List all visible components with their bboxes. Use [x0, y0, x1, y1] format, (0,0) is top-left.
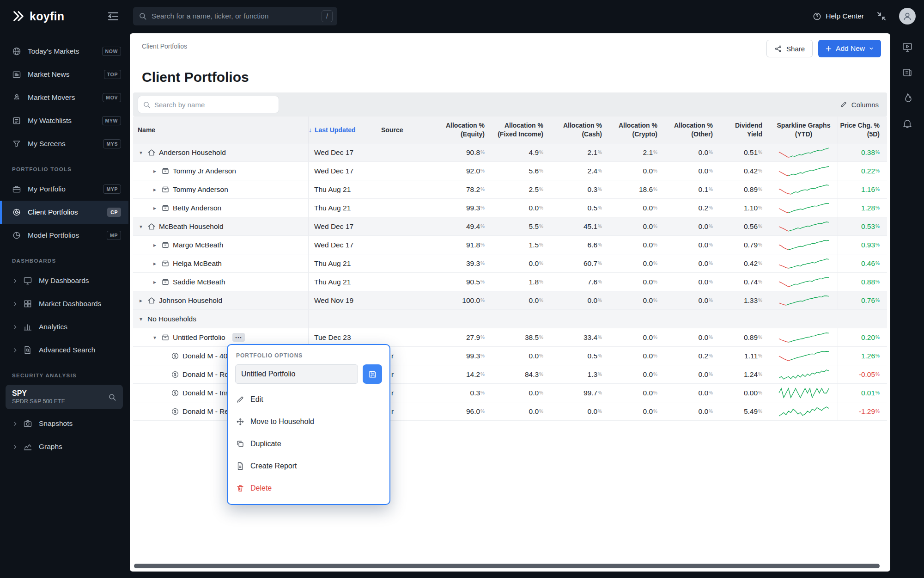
row-name: Donald M - Rea	[182, 407, 233, 416]
logo-text: koyfin	[30, 10, 64, 23]
table-row[interactable]: ▸ Johnson Household ⋯ Wed Nov 19 100.0 0…	[133, 291, 887, 310]
sidebar-item-my-watchlists[interactable]: My Watchlists MYW	[0, 109, 128, 132]
expand-chevron-icon[interactable]: ▸	[152, 260, 158, 267]
sidebar-item-client-portfolios[interactable]: Client Portfolios CP	[0, 201, 128, 224]
table-row[interactable]: ▸ Betty Anderson ⋯ Thu Aug 21 99.3 0.0 0…	[133, 199, 887, 217]
column-price-change[interactable]: Price Chg. %(5D)	[838, 117, 887, 143]
collapse-sidebar-icon[interactable]	[106, 9, 120, 23]
share-button[interactable]: Share	[766, 40, 813, 57]
filter-search-input[interactable]	[151, 101, 274, 109]
sidebar-item-todays-markets[interactable]: Today's Markets NOW	[0, 40, 128, 63]
sparkline-chart	[778, 387, 830, 399]
column-dividend-yield[interactable]: DividendYield	[720, 117, 770, 143]
table-row[interactable]: ▸ Tommy Anderson ⋯ Thu Aug 21 78.2 2.5 0…	[133, 180, 887, 199]
column-allocation-crypto[interactable]: Allocation %(Crypto)	[609, 117, 665, 143]
filter-search[interactable]	[138, 96, 279, 113]
presentation-icon[interactable]	[902, 42, 913, 53]
koyfin-app: koyfin / Help Center	[0, 0, 924, 578]
save-name-button[interactable]	[363, 364, 382, 384]
news-feed-icon[interactable]	[902, 67, 913, 78]
notifications-bell-icon[interactable]	[902, 118, 913, 129]
sidebar-item-snapshots[interactable]: Snapshots	[0, 412, 128, 435]
more-options-button[interactable]: ⋯	[232, 333, 245, 342]
table-row[interactable]: ▸ Tommy Jr Anderson ⋯ Wed Dec 17 92.0 5.…	[133, 162, 887, 180]
other-cell: 0.1	[665, 180, 720, 198]
dividend-yield-cell: 1.11	[720, 347, 770, 365]
flame-icon[interactable]	[902, 92, 913, 104]
table-row[interactable]: ▸ Saddie McBeath ⋯ Thu Aug 21 90.5 1.8 7…	[133, 273, 887, 291]
column-name[interactable]: Name	[133, 117, 309, 143]
price-change-cell: -0.05	[838, 365, 887, 383]
avatar[interactable]	[899, 8, 916, 25]
sidebar-item-my-screens[interactable]: My Screens MYS	[0, 132, 128, 155]
equity-cell: 49.4	[433, 217, 492, 235]
expand-chevron-icon[interactable]: ▸	[152, 186, 158, 193]
minimize-icon[interactable]	[876, 11, 887, 22]
ticker-symbol: SPY	[12, 389, 103, 398]
columns-button[interactable]: Columns	[836, 101, 882, 109]
table-row[interactable]: ▾ Anderson Household ⋯ Wed Dec 17 90.8 4…	[133, 143, 887, 162]
expand-chevron-icon[interactable]: ▸	[138, 297, 144, 304]
equity-cell: 90.5	[433, 273, 492, 291]
sidebar-item-graphs[interactable]: Graphs	[0, 435, 128, 458]
security-ticker-box[interactable]: SPY SPDR S&P 500 ETF	[6, 385, 123, 409]
expand-chevron-icon[interactable]: ▸	[152, 168, 158, 174]
expand-chevron-icon[interactable]: ▾	[138, 149, 144, 156]
sidebar-item-advanced-search[interactable]: Advanced Search	[0, 338, 128, 362]
sparkline-cell	[770, 199, 838, 217]
sidebar-item-market-news[interactable]: Market News TOP	[0, 63, 128, 86]
move-icon	[236, 418, 244, 426]
koyfin-logo[interactable]: koyfin	[12, 10, 64, 23]
menu-item-delete[interactable]: Delete	[228, 477, 389, 499]
menu-item-duplicate[interactable]: Duplicate	[228, 433, 389, 455]
expand-chevron-icon[interactable]: ▸	[152, 205, 158, 211]
column-allocation-cash[interactable]: Allocation %(Cash)	[551, 117, 609, 143]
breadcrumb[interactable]: Client Portfolios	[142, 43, 187, 50]
source-cell	[376, 180, 433, 198]
sparkline-chart	[778, 240, 830, 251]
column-source[interactable]: Source	[376, 117, 433, 143]
expand-chevron-icon[interactable]: ▾	[138, 223, 144, 230]
sidebar-item-market-movers[interactable]: Market Movers MOV	[0, 86, 128, 109]
crypto-cell: 0.0	[609, 291, 665, 309]
table-row[interactable]: ▾ McBeath Household ⋯ Wed Dec 17 49.4 5.…	[133, 217, 887, 236]
sidebar-item-my-portfolio[interactable]: My Portfolio MYP	[0, 178, 128, 201]
sidebar-item-model-portfolios[interactable]: Model Portfolios MP	[0, 224, 128, 247]
table-row[interactable]: ▸ Margo McBeath ⋯ Wed Dec 17 91.8 1.5 6.…	[133, 236, 887, 254]
table-row[interactable]: ▾ No Households ⋯	[133, 310, 887, 328]
crypto-cell: 0.0	[609, 199, 665, 217]
expand-chevron-icon[interactable]: ▾	[152, 334, 158, 341]
sidebar-item-market-dashboards[interactable]: Market Dashboards	[0, 292, 128, 315]
dollar-icon	[171, 407, 179, 416]
menu-item-create-report[interactable]: Create Report	[228, 455, 389, 477]
fixed-income-cell: 5.5	[492, 217, 551, 235]
expand-chevron-icon[interactable]: ▸	[152, 242, 158, 248]
expand-chevron-icon[interactable]: ▾	[138, 316, 144, 322]
house-icon	[147, 222, 156, 231]
dividend-yield-cell: 1.33	[720, 291, 770, 309]
column-last-updated[interactable]: ↓Last Updated	[309, 117, 376, 143]
box-icon	[161, 167, 170, 175]
sparkline-chart	[778, 184, 830, 195]
expand-chevron-icon[interactable]: ▸	[152, 279, 158, 285]
global-search[interactable]: /	[133, 7, 337, 25]
column-sparkline[interactable]: Sparkline Graphs(YTD)	[770, 117, 838, 143]
column-allocation-equity[interactable]: Allocation %(Equity)	[433, 117, 492, 143]
crypto-cell: 0.0	[609, 347, 665, 365]
rename-portfolio-input[interactable]	[235, 364, 358, 384]
global-search-input[interactable]	[147, 12, 322, 20]
horizontal-scrollbar[interactable]	[134, 564, 880, 568]
column-allocation-other[interactable]: Allocation %(Other)	[665, 117, 720, 143]
equity-cell: 27.9	[433, 328, 492, 346]
menu-item-edit[interactable]: Edit	[228, 388, 389, 411]
help-center-button[interactable]: Help Center	[813, 12, 864, 21]
price-change-cell: 0.88	[838, 273, 887, 291]
pencil-icon	[840, 101, 847, 108]
add-new-button[interactable]: Add New	[818, 40, 881, 57]
sidebar-item-my-dashboards[interactable]: My Dashboards	[0, 269, 128, 292]
table-row[interactable]: ▸ Helga McBeath ⋯ Thu Aug 21 39.3 0.0 60…	[133, 254, 887, 273]
column-allocation-fixed-income[interactable]: Allocation %(Fixed Income)	[492, 117, 551, 143]
source-cell	[376, 217, 433, 235]
sidebar-item-analytics[interactable]: Analytics	[0, 315, 128, 338]
menu-item-move-to-household[interactable]: Move to Household	[228, 411, 389, 433]
